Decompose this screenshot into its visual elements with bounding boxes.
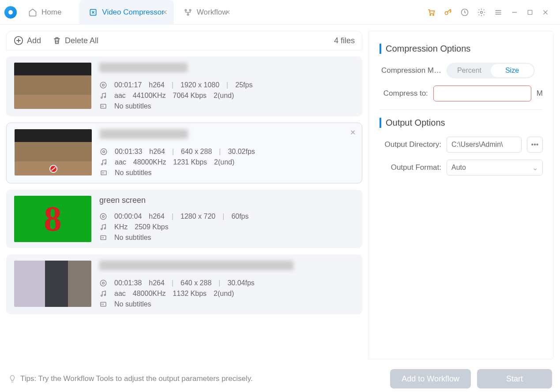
subtitles: No subtitles — [114, 102, 151, 110]
key-icon[interactable] — [443, 8, 452, 17]
subtitle-icon — [100, 169, 108, 177]
subtitles: No subtitles — [114, 300, 151, 308]
channels: 2(und) — [214, 290, 234, 298]
fps: 30.04fps — [227, 279, 254, 287]
resolution: 640 x 288 — [181, 148, 212, 156]
duration: 00:01:38 — [114, 279, 142, 287]
svg-point-14 — [104, 97, 105, 98]
mode-size[interactable]: Size — [491, 64, 534, 77]
workflow-icon — [184, 8, 192, 17]
file-card[interactable]: 8 green screen 00:00:04 h264| 1280 x 720… — [6, 190, 362, 248]
channels: 2(und) — [214, 92, 234, 100]
file-title-blurred — [99, 63, 188, 72]
resolution: 640 x 288 — [180, 279, 211, 287]
file-card[interactable]: 00:01:38 h264| 640 x 288| 30.04fps aac 4… — [6, 254, 362, 314]
tab-home-label: Home — [41, 8, 61, 17]
svg-rect-9 — [528, 10, 532, 14]
close-window-icon[interactable] — [541, 8, 549, 16]
svg-point-22 — [102, 216, 105, 218]
svg-point-1 — [185, 9, 186, 11]
gear-icon[interactable] — [477, 8, 486, 17]
svg-point-23 — [101, 228, 102, 230]
svg-point-13 — [101, 97, 102, 98]
music-icon — [99, 92, 107, 100]
maximize-icon[interactable] — [526, 9, 534, 16]
blocked-icon — [49, 165, 57, 173]
output-format-select[interactable]: Auto ⌄ — [447, 160, 543, 175]
browse-button[interactable]: ••• — [527, 137, 543, 153]
film-icon — [100, 148, 108, 156]
start-button[interactable]: Start — [477, 369, 552, 388]
file-count: 4 files — [334, 36, 355, 45]
vcodec: h264 — [149, 279, 165, 287]
svg-point-16 — [101, 149, 107, 155]
tab-workflow[interactable]: Workflow ✕ — [174, 0, 237, 25]
tab-compressor-label: Video Compressor — [102, 8, 164, 17]
tip-text: Tips: Try the Workflow Tools to adjust t… — [20, 374, 253, 383]
svg-point-19 — [105, 163, 106, 164]
file-title: green screen — [99, 196, 146, 205]
subtitle-icon — [99, 102, 107, 110]
history-icon[interactable] — [460, 8, 469, 17]
compress-to-unit: M — [537, 89, 543, 98]
vcodec: h264 — [149, 81, 165, 89]
titlebar: Home Video Compressor ✕ Workflow ✕ — [0, 0, 560, 25]
bitrate: 1132 Kbps — [173, 290, 207, 298]
acodec: aac — [114, 92, 126, 100]
close-icon[interactable]: ✕ — [162, 8, 168, 16]
resolution: 1920 x 1080 — [180, 81, 219, 89]
thumbnail — [14, 261, 91, 307]
mode-percent[interactable]: Percent — [448, 64, 491, 77]
app-logo-icon — [4, 6, 17, 19]
duration: 00:01:33 — [115, 148, 142, 156]
bitrate: 1231 Kbps — [173, 158, 207, 166]
sample-rate: 44100KHz — [133, 92, 166, 100]
sample-rate: 48000KHz — [133, 290, 166, 298]
vcodec: h264 — [149, 213, 165, 220]
svg-point-4 — [430, 14, 431, 15]
add-button[interactable]: Add — [14, 36, 41, 45]
home-icon — [28, 8, 37, 17]
tab-video-compressor[interactable]: Video Compressor ✕ — [79, 0, 173, 25]
file-card[interactable]: 00:01:17 h264| 1920 x 1080| 25fps aac 44… — [6, 56, 362, 116]
file-card[interactable]: ✕ 00:01:33 h264| 640 x 288| 30.02fps — [6, 123, 362, 183]
svg-point-2 — [189, 9, 191, 11]
window-controls — [427, 8, 556, 17]
svg-point-28 — [101, 295, 102, 296]
tab-home[interactable]: Home — [26, 0, 79, 25]
fps: 30.02fps — [228, 148, 255, 156]
compress-to-input[interactable] — [433, 86, 531, 101]
delete-all-label: Delete All — [65, 36, 98, 45]
subtitles: No subtitles — [114, 234, 151, 242]
output-format-value: Auto — [451, 164, 466, 172]
list-header: Add Delete All 4 files — [6, 31, 362, 50]
subtitle-icon — [99, 300, 107, 308]
delete-all-button[interactable]: Delete All — [53, 36, 98, 45]
bitrate: 7064 Kbps — [173, 92, 207, 100]
subtitle-icon — [99, 234, 107, 242]
svg-point-17 — [103, 151, 105, 153]
svg-point-21 — [100, 213, 106, 220]
resolution: 1280 x 720 — [180, 213, 215, 220]
close-icon[interactable]: ✕ — [225, 8, 231, 16]
minimize-icon[interactable] — [511, 8, 519, 16]
footer: Tips: Try the Workflow Tools to adjust t… — [0, 366, 560, 392]
svg-point-6 — [445, 11, 448, 15]
thumbnail — [15, 129, 92, 175]
acodec: aac — [115, 158, 126, 166]
menu-icon[interactable] — [494, 8, 503, 17]
svg-point-8 — [481, 11, 483, 13]
music-icon — [100, 158, 108, 166]
sample-rate: KHz — [114, 223, 128, 231]
add-to-workflow-button[interactable]: Add to Workflow — [390, 369, 471, 388]
svg-point-24 — [104, 228, 105, 229]
output-directory-field[interactable]: C:\Users\Admin\ — [447, 137, 522, 153]
film-icon — [99, 81, 107, 89]
compression-mode-toggle[interactable]: Percent Size — [447, 63, 535, 78]
cart-icon[interactable] — [427, 8, 436, 17]
compress-to-label: Compress to: — [380, 89, 428, 98]
subtitles: No subtitles — [115, 169, 152, 177]
vcodec: h264 — [149, 148, 165, 156]
remove-icon[interactable]: ✕ — [350, 128, 356, 137]
thumbnail: 8 — [14, 196, 91, 242]
